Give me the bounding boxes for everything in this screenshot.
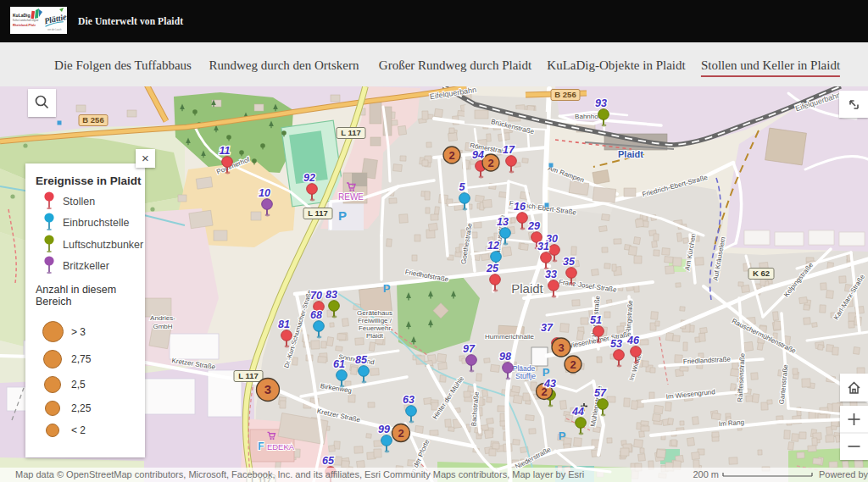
svg-text:16: 16 bbox=[514, 201, 526, 213]
svg-text:29: 29 bbox=[527, 220, 540, 232]
svg-text:Bahnhof: Bahnhof bbox=[575, 113, 601, 120]
svg-text:Map data © OpenStreetMap contr: Map data © OpenStreetMap contributors, M… bbox=[15, 469, 584, 479]
svg-text:L 117: L 117 bbox=[308, 208, 328, 218]
svg-text:Freiwillige /: Freiwillige / bbox=[358, 317, 392, 324]
svg-text:5: 5 bbox=[459, 181, 466, 193]
svg-text:11: 11 bbox=[220, 145, 231, 157]
svg-text:2: 2 bbox=[570, 358, 576, 371]
svg-text:81: 81 bbox=[278, 319, 290, 330]
svg-text:13: 13 bbox=[497, 216, 509, 228]
svg-text:P: P bbox=[383, 282, 391, 295]
svg-text:P: P bbox=[559, 429, 566, 442]
svg-text:92: 92 bbox=[303, 172, 315, 184]
svg-text:F: F bbox=[258, 440, 264, 452]
svg-text:25: 25 bbox=[486, 263, 499, 274]
svg-text:2: 2 bbox=[487, 157, 493, 169]
svg-text:94: 94 bbox=[472, 149, 484, 161]
svg-text:93: 93 bbox=[595, 97, 607, 109]
svg-text:200 m: 200 m bbox=[693, 469, 719, 479]
svg-text:P: P bbox=[542, 366, 550, 379]
svg-text:Plaidt: Plaidt bbox=[618, 149, 643, 159]
svg-text:Andries-: Andries- bbox=[150, 314, 175, 322]
svg-text:Gerätehaus: Gerätehaus bbox=[357, 309, 392, 317]
svg-text:44: 44 bbox=[571, 406, 584, 418]
svg-text:63: 63 bbox=[403, 394, 415, 406]
svg-text:83: 83 bbox=[326, 289, 337, 301]
svg-text:35: 35 bbox=[563, 256, 576, 268]
svg-text:P: P bbox=[338, 208, 347, 223]
svg-text:97: 97 bbox=[463, 343, 476, 355]
svg-text:46: 46 bbox=[626, 335, 640, 346]
svg-text:Plaidt: Plaidt bbox=[511, 281, 543, 296]
svg-text:2: 2 bbox=[448, 149, 454, 162]
svg-text:99: 99 bbox=[378, 424, 390, 435]
svg-text:Kultur.Landschaft.Digital: Kultur.Landschaft.Digital bbox=[13, 19, 39, 22]
svg-text:53: 53 bbox=[610, 338, 622, 350]
svg-text:85: 85 bbox=[355, 354, 368, 366]
svg-text:L 117: L 117 bbox=[341, 128, 361, 137]
svg-text:von der Laach: von der Laach bbox=[47, 28, 62, 31]
svg-text:L 117: L 117 bbox=[238, 371, 259, 380]
svg-text:31: 31 bbox=[537, 241, 549, 252]
svg-text:70: 70 bbox=[310, 290, 322, 302]
svg-text:REWE: REWE bbox=[338, 192, 364, 202]
svg-text:B 256: B 256 bbox=[554, 90, 576, 99]
svg-text:65: 65 bbox=[322, 455, 335, 467]
svg-text:Powered by Esri: Powered by Esri bbox=[819, 469, 868, 479]
svg-text:17: 17 bbox=[503, 144, 515, 156]
svg-text:EDEKA: EDEKA bbox=[267, 442, 295, 452]
svg-text:61: 61 bbox=[333, 358, 345, 370]
svg-text:Plätties: Plätties bbox=[43, 11, 67, 25]
svg-text:12: 12 bbox=[487, 240, 499, 252]
svg-text:K 62: K 62 bbox=[753, 269, 770, 278]
svg-text:Hummerichhalle: Hummerichhalle bbox=[485, 333, 534, 341]
svg-text:33: 33 bbox=[545, 269, 557, 280]
svg-text:3: 3 bbox=[264, 382, 271, 396]
svg-text:51: 51 bbox=[590, 314, 602, 326]
svg-text:Rheinland-Pfalz: Rheinland-Pfalz bbox=[13, 24, 36, 27]
svg-text:B 256: B 256 bbox=[82, 115, 103, 125]
svg-text:Plaidt: Plaidt bbox=[366, 332, 384, 340]
svg-text:43: 43 bbox=[543, 378, 556, 390]
svg-text:Feuerwehr: Feuerwehr bbox=[359, 324, 392, 332]
svg-text:37: 37 bbox=[541, 322, 554, 334]
svg-text:KuLaDig: KuLaDig bbox=[13, 13, 31, 18]
svg-text:2: 2 bbox=[398, 427, 403, 440]
svg-text:Stüffje: Stüffje bbox=[515, 372, 536, 380]
svg-text:98: 98 bbox=[499, 351, 511, 363]
svg-text:10: 10 bbox=[259, 187, 270, 199]
svg-text:GmbH: GmbH bbox=[153, 323, 172, 330]
svg-text:68: 68 bbox=[310, 309, 322, 321]
svg-text:57: 57 bbox=[594, 387, 607, 399]
svg-text:3: 3 bbox=[558, 341, 564, 354]
